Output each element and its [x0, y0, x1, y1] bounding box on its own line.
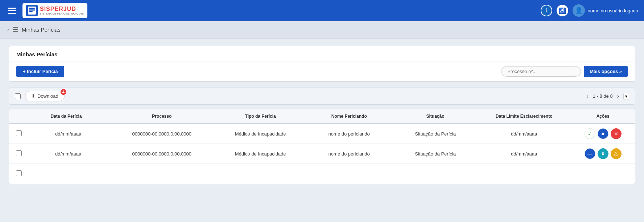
row1-checkbox[interactable] [16, 130, 22, 136]
row3-check-cell [9, 164, 29, 184]
card-title: Minhas Perícias [16, 51, 57, 57]
row2-name: nome do periciando [305, 144, 393, 164]
prev-page-button[interactable]: ‹ [585, 92, 590, 100]
logo-text: SISPERJUD SISTEMA DE PERÍCIAS JUDICIAIS [40, 6, 84, 15]
top-navigation: SISPERJUD SISTEMA DE PERÍCIAS JUDICIAIS … [0, 0, 644, 21]
row1-check-cell [9, 124, 29, 144]
col-header-name: Nome Periciando [305, 109, 393, 124]
pagination-text: 1 - 8 de 8 [593, 93, 613, 99]
more-options-button[interactable]: Mais opções » [584, 66, 628, 77]
row2-actions-cell: — ⬇ ⚠ [571, 144, 635, 164]
col-header-process: Processo [108, 109, 216, 124]
sort-icon-date[interactable]: ↑ [84, 114, 86, 118]
row3-date [29, 164, 107, 184]
row2-check-cell [9, 144, 29, 164]
accessibility-button[interactable]: ♿ [557, 5, 568, 16]
row2-limit: dd/mm/aaaa [477, 144, 571, 164]
card-header: Minhas Perícias [9, 46, 635, 61]
process-search-input[interactable] [501, 66, 581, 77]
table-header-row: Data da Perícia ↑ Processo Tipo da Períc… [9, 109, 635, 124]
main-card: Minhas Perícias + Incluir Perícia Mais o… [9, 46, 635, 82]
table-row: dd/mm/aaaa 0000000-00.0000.0.00.0000 Méd… [9, 124, 635, 144]
download-icon: ⬇ [31, 93, 35, 99]
logo-brand: SISPERJUD [40, 6, 84, 12]
svg-rect-3 [29, 9, 35, 11]
row2-download-button[interactable]: ⬇ [598, 148, 608, 159]
col-header-status: Situação [393, 109, 477, 124]
logo: SISPERJUD SISTEMA DE PERÍCIAS JUDICIAIS [22, 3, 87, 18]
user-name: nome do usuário logado [588, 8, 639, 13]
row2-actions: — ⬇ ⚠ [574, 148, 631, 159]
row2-date: dd/mm/aaaa [29, 144, 107, 164]
next-page-button[interactable]: › [616, 92, 620, 100]
row1-check-button[interactable]: ✓ [585, 128, 595, 139]
info-button[interactable]: i [541, 5, 552, 16]
row2-minus-button[interactable]: — [585, 148, 595, 159]
row3-status [393, 164, 477, 184]
col-header-type: Tipo da Perícia [216, 109, 305, 124]
hamburger-menu-button[interactable] [6, 5, 18, 16]
breadcrumb-back-button[interactable]: ‹ [7, 27, 9, 33]
include-pericia-button[interactable]: + Incluir Perícia [16, 66, 64, 77]
row3-name [305, 164, 393, 184]
row1-name: nome do periciando [305, 124, 393, 144]
download-label: Download [37, 93, 58, 99]
svg-rect-2 [29, 8, 35, 9]
select-all-checkbox[interactable] [15, 93, 21, 99]
col-header-date: Data da Perícia ↑ [29, 109, 107, 124]
logo-subtitle: SISTEMA DE PERÍCIAS JUDICIAIS [40, 12, 84, 15]
row2-process: 0000000-00.0000.0.00.0000 [108, 144, 216, 164]
row1-status: Situação da Perícia [393, 124, 477, 144]
pagination-dropdown-button[interactable]: ▾ [623, 93, 629, 100]
row2-checkbox[interactable] [16, 150, 22, 156]
row3-actions-cell [571, 164, 635, 184]
col-header-check [9, 109, 29, 124]
pericias-table: Data da Perícia ↑ Processo Tipo da Períc… [9, 109, 635, 184]
toolbar-right: Mais opções » [501, 66, 628, 77]
row3-type [216, 164, 305, 184]
main-content: Minhas Perícias + Incluir Perícia Mais o… [0, 39, 644, 191]
nav-left: SISPERJUD SISTEMA DE PERÍCIAS JUDICIAIS [6, 3, 87, 18]
table-row: dd/mm/aaaa 0000000-00.0000.0.00.0000 Méd… [9, 144, 635, 164]
nav-right: i ♿ 👤 nome do usuário logado [541, 4, 639, 17]
card-toolbar: + Incluir Perícia Mais opções » [9, 61, 635, 81]
row3-checkbox[interactable] [16, 170, 22, 176]
row1-type: Médico de Incapacidade [216, 124, 305, 144]
breadcrumb-list-icon: ☰ [13, 26, 18, 33]
row1-actions-cell: ✓ ■ ✕ [571, 124, 635, 144]
action-bar: ⬇ Download 4 ‹ 1 - 8 de 8 › ▾ [9, 88, 635, 105]
row2-warning-button[interactable]: ⚠ [611, 148, 622, 159]
table-card: Data da Perícia ↑ Processo Tipo da Períc… [9, 109, 635, 184]
row3-process [108, 164, 216, 184]
action-bar-left: ⬇ Download 4 [15, 91, 65, 101]
breadcrumb-title: Minhas Perícias [22, 27, 61, 33]
pagination-area: ‹ 1 - 8 de 8 › ▾ [585, 92, 629, 100]
row1-limit: dd/mm/aaaa [477, 124, 571, 144]
download-button[interactable]: ⬇ Download 4 [25, 91, 65, 101]
row1-edit-button[interactable]: ■ [598, 128, 608, 139]
row1-actions: ✓ ■ ✕ [574, 128, 631, 139]
row1-date: dd/mm/aaaa [29, 124, 107, 144]
row1-delete-button[interactable]: ✕ [611, 128, 622, 139]
breadcrumb-bar: ‹ ☰ Minhas Perícias [0, 21, 644, 39]
col-header-actions: Ações [571, 109, 635, 124]
user-avatar: 👤 [573, 4, 585, 17]
row3-limit [477, 164, 571, 184]
row2-type: Médico de Incapacidade [216, 144, 305, 164]
user-area[interactable]: 👤 nome do usuário logado [573, 4, 639, 17]
download-badge: 4 [60, 88, 67, 96]
table-row [9, 164, 635, 184]
user-avatar-icon: 👤 [575, 7, 583, 15]
col-header-limit: Data Limite Esclarecimento [477, 109, 571, 124]
row1-process: 0000000-00.0000.0.00.0000 [108, 124, 216, 144]
logo-icon [26, 5, 38, 16]
row2-status: Situação da Perícia [393, 144, 477, 164]
hamburger-icon [8, 8, 16, 14]
svg-rect-4 [29, 11, 33, 12]
